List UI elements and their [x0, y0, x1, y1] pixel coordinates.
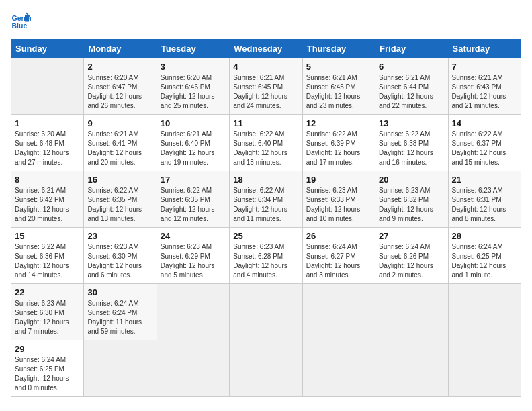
day-info: Sunrise: 6:22 AM Sunset: 6:34 PM Dayligh… [233, 186, 298, 224]
day-cell: 29Sunrise: 6:24 AM Sunset: 6:25 PM Dayli… [11, 340, 84, 397]
day-number: 1 [15, 118, 80, 128]
week-row-3: 15Sunrise: 6:22 AM Sunset: 6:36 PM Dayli… [11, 228, 521, 284]
day-info: Sunrise: 6:23 AM Sunset: 6:30 PM Dayligh… [15, 299, 80, 336]
day-cell [302, 340, 375, 397]
week-row-2: 8Sunrise: 6:21 AM Sunset: 6:42 PM Daylig… [11, 171, 521, 228]
page-header: General Blue [11, 11, 521, 31]
day-info: Sunrise: 6:21 AM Sunset: 6:40 PM Dayligh… [161, 130, 226, 167]
day-number: 3 [161, 62, 226, 72]
day-info: Sunrise: 6:24 AM Sunset: 6:24 PM Dayligh… [87, 299, 152, 336]
day-cell: 16Sunrise: 6:22 AM Sunset: 6:35 PM Dayli… [84, 171, 157, 228]
day-cell [302, 284, 375, 340]
day-info: Sunrise: 6:21 AM Sunset: 6:41 PM Dayligh… [87, 130, 152, 167]
day-info: Sunrise: 6:24 AM Sunset: 6:26 PM Dayligh… [379, 242, 444, 280]
svg-text:Blue: Blue [12, 21, 28, 30]
day-info: Sunrise: 6:22 AM Sunset: 6:36 PM Dayligh… [15, 242, 80, 280]
day-info: Sunrise: 6:24 AM Sunset: 6:27 PM Dayligh… [306, 242, 371, 280]
day-cell: 14Sunrise: 6:22 AM Sunset: 6:37 PM Dayli… [448, 115, 521, 171]
day-number: 4 [233, 62, 298, 72]
day-cell [11, 58, 84, 115]
day-info: Sunrise: 6:22 AM Sunset: 6:35 PM Dayligh… [87, 186, 152, 224]
day-number: 17 [161, 175, 226, 185]
day-info: Sunrise: 6:20 AM Sunset: 6:46 PM Dayligh… [161, 73, 226, 111]
week-row-5: 29Sunrise: 6:24 AM Sunset: 6:25 PM Dayli… [11, 340, 521, 397]
day-cell: 12Sunrise: 6:22 AM Sunset: 6:39 PM Dayli… [302, 115, 375, 171]
day-cell: 19Sunrise: 6:23 AM Sunset: 6:33 PM Dayli… [302, 171, 375, 228]
day-info: Sunrise: 6:22 AM Sunset: 6:39 PM Dayligh… [306, 130, 371, 167]
day-info: Sunrise: 6:21 AM Sunset: 6:42 PM Dayligh… [15, 186, 80, 224]
day-info: Sunrise: 6:24 AM Sunset: 6:25 PM Dayligh… [452, 242, 517, 280]
day-cell: 17Sunrise: 6:22 AM Sunset: 6:35 PM Dayli… [157, 171, 229, 228]
day-info: Sunrise: 6:22 AM Sunset: 6:37 PM Dayligh… [452, 130, 517, 167]
day-cell: 18Sunrise: 6:22 AM Sunset: 6:34 PM Dayli… [230, 171, 302, 228]
day-number: 18 [233, 175, 298, 185]
day-number: 26 [306, 231, 371, 241]
col-header-wednesday: Wednesday [230, 40, 302, 58]
day-number: 24 [161, 231, 226, 241]
day-number: 19 [306, 175, 371, 185]
calendar-table: SundayMondayTuesdayWednesdayThursdayFrid… [11, 39, 521, 397]
day-cell: 30Sunrise: 6:24 AM Sunset: 6:24 PM Dayli… [84, 284, 157, 340]
day-cell: 28Sunrise: 6:24 AM Sunset: 6:25 PM Dayli… [448, 228, 521, 284]
day-cell: 6Sunrise: 6:21 AM Sunset: 6:44 PM Daylig… [375, 58, 448, 115]
day-cell [230, 340, 302, 397]
day-cell [84, 340, 157, 397]
day-cell: 9Sunrise: 6:21 AM Sunset: 6:41 PM Daylig… [84, 115, 157, 171]
col-header-tuesday: Tuesday [157, 40, 229, 58]
col-header-thursday: Thursday [302, 40, 375, 58]
day-number: 22 [15, 287, 80, 298]
day-number: 16 [87, 175, 152, 185]
day-info: Sunrise: 6:21 AM Sunset: 6:45 PM Dayligh… [233, 73, 298, 111]
day-cell: 13Sunrise: 6:22 AM Sunset: 6:38 PM Dayli… [375, 115, 448, 171]
day-info: Sunrise: 6:21 AM Sunset: 6:44 PM Dayligh… [379, 73, 444, 111]
day-cell: 25Sunrise: 6:23 AM Sunset: 6:28 PM Dayli… [230, 228, 302, 284]
day-number: 2 [87, 62, 152, 72]
day-cell: 3Sunrise: 6:20 AM Sunset: 6:46 PM Daylig… [157, 58, 229, 115]
col-header-friday: Friday [375, 40, 448, 58]
day-cell [375, 284, 448, 340]
day-number: 13 [379, 118, 444, 128]
logo: General Blue [11, 11, 34, 31]
day-cell [230, 284, 302, 340]
day-info: Sunrise: 6:22 AM Sunset: 6:38 PM Dayligh… [379, 130, 444, 167]
day-number: 28 [452, 231, 517, 241]
day-number: 12 [306, 118, 371, 128]
day-info: Sunrise: 6:20 AM Sunset: 6:48 PM Dayligh… [15, 130, 80, 167]
day-number: 11 [233, 118, 298, 128]
week-row-0: 2Sunrise: 6:20 AM Sunset: 6:47 PM Daylig… [11, 58, 521, 115]
day-info: Sunrise: 6:23 AM Sunset: 6:28 PM Dayligh… [233, 242, 298, 280]
day-number: 15 [15, 231, 80, 241]
col-header-monday: Monday [84, 40, 157, 58]
day-cell: 20Sunrise: 6:23 AM Sunset: 6:32 PM Dayli… [375, 171, 448, 228]
day-number: 20 [379, 175, 444, 185]
day-number: 21 [452, 175, 517, 185]
day-info: Sunrise: 6:24 AM Sunset: 6:25 PM Dayligh… [15, 355, 80, 393]
day-info: Sunrise: 6:21 AM Sunset: 6:45 PM Dayligh… [306, 73, 371, 111]
day-number: 10 [161, 118, 226, 128]
day-info: Sunrise: 6:23 AM Sunset: 6:33 PM Dayligh… [306, 186, 371, 224]
day-number: 25 [233, 231, 298, 241]
day-cell: 2Sunrise: 6:20 AM Sunset: 6:47 PM Daylig… [84, 58, 157, 115]
week-row-4: 22Sunrise: 6:23 AM Sunset: 6:30 PM Dayli… [11, 284, 521, 340]
day-number: 5 [306, 62, 371, 72]
day-number: 7 [452, 62, 517, 72]
day-cell: 4Sunrise: 6:21 AM Sunset: 6:45 PM Daylig… [230, 58, 302, 115]
col-header-saturday: Saturday [448, 40, 521, 58]
day-number: 9 [87, 118, 152, 128]
day-number: 27 [379, 231, 444, 241]
day-cell: 8Sunrise: 6:21 AM Sunset: 6:42 PM Daylig… [11, 171, 84, 228]
day-info: Sunrise: 6:23 AM Sunset: 6:30 PM Dayligh… [87, 242, 152, 280]
day-info: Sunrise: 6:23 AM Sunset: 6:32 PM Dayligh… [379, 186, 444, 224]
day-cell: 22Sunrise: 6:23 AM Sunset: 6:30 PM Dayli… [11, 284, 84, 340]
day-cell: 24Sunrise: 6:23 AM Sunset: 6:29 PM Dayli… [157, 228, 229, 284]
day-cell: 1Sunrise: 6:20 AM Sunset: 6:48 PM Daylig… [11, 115, 84, 171]
logo-icon: General Blue [11, 11, 31, 31]
day-info: Sunrise: 6:21 AM Sunset: 6:43 PM Dayligh… [452, 73, 517, 111]
day-cell [157, 284, 229, 340]
day-number: 14 [452, 118, 517, 128]
day-cell: 23Sunrise: 6:23 AM Sunset: 6:30 PM Dayli… [84, 228, 157, 284]
day-info: Sunrise: 6:22 AM Sunset: 6:40 PM Dayligh… [233, 130, 298, 167]
day-cell [448, 284, 521, 340]
week-row-1: 1Sunrise: 6:20 AM Sunset: 6:48 PM Daylig… [11, 115, 521, 171]
day-cell [448, 340, 521, 397]
